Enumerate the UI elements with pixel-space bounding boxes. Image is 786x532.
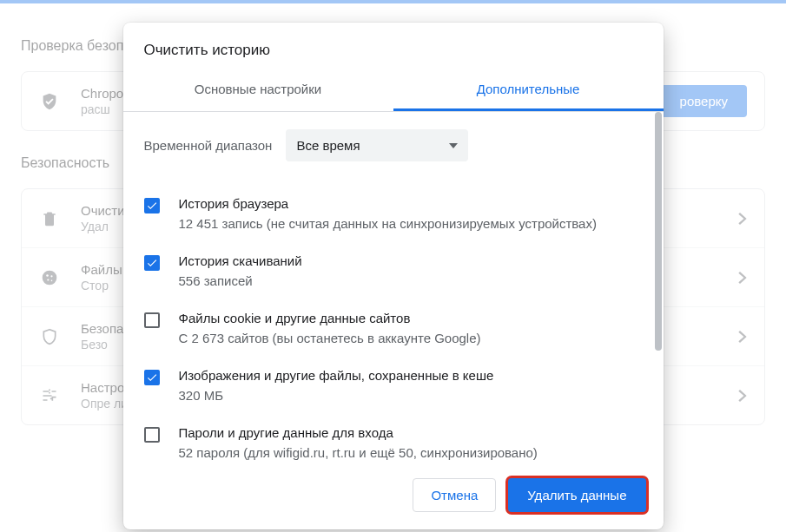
tab-basic[interactable]: Основные настройки — [123, 69, 393, 111]
clear-data-button[interactable]: Удалить данные — [508, 478, 645, 512]
item-cookies[interactable]: Файлы cookie и другие данные сайтов С 2 … — [144, 300, 643, 358]
item-download-history[interactable]: История скачиваний 556 записей — [144, 243, 643, 300]
checkbox[interactable] — [144, 198, 160, 213]
item-sub: 556 записей — [179, 272, 643, 290]
time-range-select[interactable]: Все время — [286, 129, 468, 161]
time-range-value: Все время — [296, 138, 360, 153]
modal-overlay: Очистить историю Основные настройки Допо… — [0, 0, 786, 532]
dialog-title: Очистить историю — [123, 23, 664, 69]
item-title: История браузера — [179, 196, 643, 211]
item-browsing-history[interactable]: История браузера 12 451 запись (не счита… — [144, 186, 643, 243]
checkbox[interactable] — [144, 255, 160, 271]
item-title: Пароли и другие данные для входа — [179, 425, 643, 440]
dialog-footer: Отмена Удалить данные — [123, 464, 664, 529]
dialog-tabs: Основные настройки Дополнительные — [123, 69, 664, 112]
cancel-button[interactable]: Отмена — [413, 478, 496, 512]
time-range-label: Временной диапазон — [144, 138, 273, 153]
scrollbar-thumb[interactable] — [655, 112, 662, 351]
item-passwords[interactable]: Пароли и другие данные для входа 52 паро… — [144, 415, 643, 464]
item-sub: С 2 673 сайтов (вы останетесь в аккаунте… — [179, 329, 643, 347]
item-title: Файлы cookie и другие данные сайтов — [179, 311, 643, 325]
item-sub: 12 451 запись (не считая данных на синхр… — [179, 214, 643, 233]
item-sub: 320 МБ — [179, 386, 643, 404]
dialog-body: Временной диапазон Все время История бра… — [123, 112, 664, 464]
checkbox[interactable] — [144, 427, 160, 443]
tab-advanced[interactable]: Дополнительные — [393, 69, 664, 111]
checkbox[interactable] — [144, 312, 160, 328]
item-title: История скачиваний — [179, 253, 643, 268]
item-cache[interactable]: Изображения и другие файлы, сохраненные … — [144, 358, 643, 415]
clear-data-dialog: Очистить историю Основные настройки Допо… — [123, 23, 664, 529]
item-sub: 52 пароля (для wifigid.ru, rt.ru и ещё 5… — [179, 443, 643, 462]
scrollbar[interactable] — [653, 112, 662, 464]
item-title: Изображения и другие файлы, сохраненные … — [179, 368, 643, 383]
checkbox[interactable] — [144, 370, 160, 385]
dropdown-arrow-icon — [449, 143, 458, 148]
